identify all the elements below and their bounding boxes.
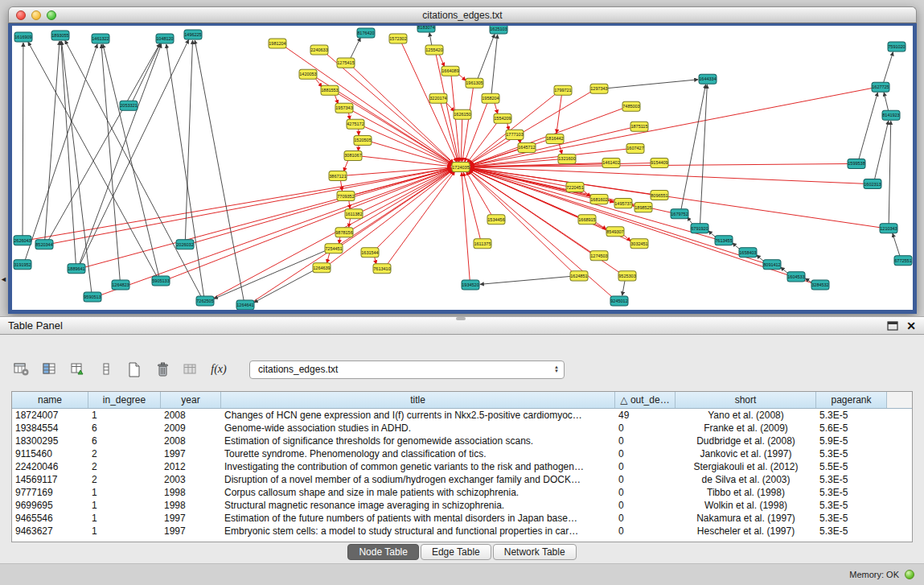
cell-year[interactable]: 2008 [161,409,221,422]
graph-node[interactable]: 3867121 [329,171,347,181]
graph-edge[interactable] [401,43,457,163]
cell-out_degree[interactable]: 0 [615,435,676,447]
cell-title[interactable]: Tourette syndrome. Phenomenology and cla… [221,447,615,460]
graph-node[interactable]: 6791920 [691,224,708,233]
cell-year[interactable]: 2012 [161,460,221,473]
table-row[interactable]: 1938455462009Genome-wide association stu… [12,422,912,435]
new-file-button[interactable] [124,359,145,380]
cell-name[interactable]: 9465546 [12,512,88,525]
cell-title[interactable]: Structural magnetic resonance image aver… [221,499,615,512]
cell-name[interactable]: 14569117 [12,473,88,486]
graph-node[interactable]: 1961305 [466,78,483,88]
graph-node[interactable]: 8141923 [882,110,900,120]
graph-node[interactable]: 8091412 [763,260,781,270]
graph-node[interactable]: 1496225 [184,30,202,39]
splitter-handle[interactable] [456,317,466,320]
column-header-pagerank[interactable]: pagerank [816,392,887,408]
cell-title[interactable]: Estimation of the future numbers of pati… [221,512,615,525]
cell-short[interactable]: Franke et al. (2009) [676,422,816,435]
graph-node[interactable]: 1611375 [474,239,491,249]
graph-edge[interactable] [45,41,60,241]
cell-in_degree[interactable]: 2 [88,447,161,460]
cell-name[interactable]: 18300295 [12,435,88,447]
graph-node[interactable]: 7254451 [325,244,343,253]
table-selector-dropdown[interactable]: citations_edges.txt ▲▼ [249,360,565,379]
graph-node[interactable]: 3191952 [14,260,31,270]
graph-edge[interactable] [478,34,495,79]
graph-node[interactable]: 7613455 [715,236,733,245]
graph-edge[interactable] [351,65,454,163]
zoom-window-button[interactable] [47,10,56,20]
collapse-left-panel-arrow[interactable]: ◄ [0,275,7,283]
graph-node[interactable]: 1461322 [92,34,109,43]
cell-out_degree[interactable]: 0 [615,473,676,486]
graph-edge[interactable] [893,233,900,257]
cell-short[interactable]: Stergiakouli et al. (2012) [676,460,816,473]
graph-node[interactable]: 7220451 [566,183,584,192]
graph-node[interactable]: 1875115 [630,122,648,131]
cell-pagerank[interactable]: 5.9E-5 [816,435,887,447]
delete-entries-button[interactable] [152,359,173,380]
table-row[interactable]: 969969511998Structural magnetic resonanc… [12,499,912,512]
graph-node[interactable]: 1264639 [313,263,331,273]
cell-year[interactable]: 2008 [161,435,221,447]
select-columns-button[interactable] [39,359,60,380]
network-canvas[interactable]: 1724035198120422406331275415142005318815… [8,23,917,314]
row-options-button[interactable] [96,359,117,380]
graph-edge[interactable] [65,40,202,297]
cell-pagerank[interactable]: 5.3E-5 [816,525,887,538]
cell-title[interactable]: Changes of HCN gene expression and I(f) … [221,409,615,422]
cell-short[interactable]: Wolkin et al. (1998) [676,499,816,512]
graph-node[interactable]: 1274503 [590,251,608,261]
graph-node[interactable]: 1889641 [68,264,85,274]
graph-node[interactable]: 1520505 [354,135,372,145]
graph-node[interactable]: 9245012 [610,296,628,306]
cell-short[interactable]: Tibbo et al. (1998) [676,486,816,499]
graph-node[interactable]: 1607427 [626,143,644,153]
graph-edge[interactable] [350,38,360,60]
cell-short[interactable]: Dudbridge et al. (2008) [676,435,816,447]
cell-in_degree[interactable]: 6 [88,422,161,435]
cell-title[interactable]: Genome-wide association studies in ADHD. [221,422,615,435]
graph-node[interactable]: 3081067 [344,150,362,160]
cell-pagerank[interactable]: 5.6E-5 [816,422,887,435]
graph-node[interactable]: 1297343 [590,84,608,93]
cell-short[interactable]: de Silva et al. (2003) [676,473,816,486]
column-header-out_degree[interactable]: △ out_de… [615,392,676,408]
graph-edge[interactable] [700,84,707,225]
graph-edge[interactable] [429,33,432,47]
graph-node[interactable]: 2240633 [310,45,328,55]
graph-node[interactable]: 1420053 [299,69,317,79]
cell-out_degree[interactable]: 0 [615,486,676,499]
graph-node[interactable]: 1799721 [554,85,572,95]
cell-pagerank[interactable]: 5.3E-5 [816,409,887,422]
graph-node[interactable]: 1958204 [482,93,499,103]
graph-edge[interactable] [470,169,813,284]
graph-node[interactable]: 1893055 [51,31,69,40]
table-row[interactable]: 946362711997Embryonic stem cells: a mode… [12,525,912,538]
table-row[interactable]: 946554611997Estimation of the future num… [12,512,912,525]
graph-node[interactable]: 1664089 [441,66,459,76]
graph-node[interactable]: 5905133 [152,276,170,286]
graph-node[interactable]: 2053321 [120,101,138,110]
cell-year[interactable]: 1998 [161,486,221,499]
cell-in_degree[interactable]: 1 [88,512,161,525]
graph-node[interactable]: 1631544 [361,248,379,257]
network-graph[interactable]: 1724035198120422406331275415142005318815… [12,26,913,310]
graph-node[interactable]: 1616909 [14,32,32,42]
graph-edge[interactable] [283,46,453,164]
graph-edge[interactable] [480,276,572,284]
cell-year[interactable]: 1997 [161,447,221,460]
graph-edge[interactable] [387,171,455,266]
cell-title[interactable]: Investigating the contribution of common… [221,460,615,473]
cell-name[interactable]: 9699695 [12,499,88,512]
table-row[interactable]: 1872400712008Changes of HCN gene express… [12,409,912,422]
graph-edge[interactable] [462,172,470,280]
graph-node[interactable]: 1048120 [156,34,174,43]
graph-edge[interactable] [211,170,452,299]
graph-node[interactable]: 1210343 [880,224,897,233]
graph-node[interactable]: 9878156 [335,228,353,237]
graph-node[interactable]: 8183074 [417,26,435,32]
graph-edge[interactable] [556,94,562,133]
cell-title[interactable]: Disruption of a novel member of a sodium… [221,473,615,486]
